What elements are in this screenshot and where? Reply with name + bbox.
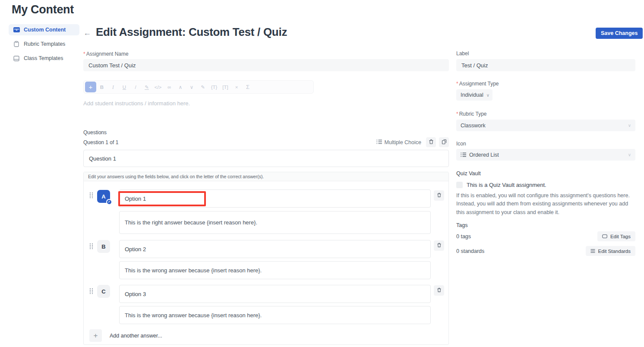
icon-field-label: Icon: [456, 141, 466, 147]
delete-question-button[interactable]: [426, 137, 436, 147]
sidebar: Custom Content Rubric Templates Class Te…: [9, 24, 79, 67]
answers-hint: Edit your answers using the fields below…: [84, 172, 448, 181]
sidebar-item-class-templates[interactable]: Class Templates: [9, 53, 79, 64]
chevron-down-icon: ∨: [628, 152, 631, 157]
copy-icon: [442, 139, 447, 146]
edit-tags-label: Edit Tags: [610, 234, 631, 239]
pencil-icon[interactable]: ✎: [197, 84, 208, 90]
question-type-label: Multiple Choice: [385, 139, 421, 145]
edit-standards-label: Edit Standards: [598, 249, 631, 254]
strikethrough-icon[interactable]: /: [130, 85, 141, 90]
text-box-curly-icon[interactable]: {T}: [208, 85, 220, 90]
superscript-icon[interactable]: ∧: [175, 84, 186, 90]
italic-icon[interactable]: I: [107, 85, 119, 90]
rubric-type-label: *Rubric Type: [456, 111, 486, 117]
sidebar-item-label: Custom Content: [24, 27, 66, 33]
question-type-indicator[interactable]: Multiple Choice: [376, 139, 421, 145]
back-arrow-icon[interactable]: ←: [83, 28, 91, 38]
bold-icon[interactable]: B: [96, 85, 107, 90]
trash-icon: [437, 287, 442, 294]
drag-handle-icon[interactable]: [89, 288, 93, 296]
assignment-name-input[interactable]: [83, 59, 449, 71]
layers-icon: [13, 56, 20, 61]
label-field-label: Label: [456, 50, 469, 57]
delete-option-a-button[interactable]: [434, 190, 444, 201]
option-a-input[interactable]: [119, 189, 431, 208]
question-tools: Multiple Choice: [341, 137, 449, 147]
delete-option-b-button[interactable]: [434, 240, 444, 251]
answer-letter-badge-a[interactable]: A ✓: [97, 190, 110, 203]
sidebar-item-custom-content[interactable]: Custom Content: [9, 24, 79, 35]
instructions-editor[interactable]: Add student instructions / information h…: [83, 100, 190, 107]
quiz-vault-checkbox-row: This is a Quiz Vault assignment.: [456, 182, 546, 188]
required-asterisk: *: [456, 111, 458, 117]
clipboard-icon: [13, 41, 20, 47]
quiz-vault-heading: Quiz Vault: [456, 170, 481, 177]
question-counter: Question 1 of 1: [83, 139, 118, 145]
quiz-vault-checkbox-label: This is a Quiz Vault assignment.: [467, 182, 546, 188]
assignment-type-label: *Assignment Type: [456, 81, 499, 87]
underline-icon[interactable]: U: [119, 85, 130, 90]
assignment-name-label: *Assignment Name: [83, 51, 129, 57]
clear-format-icon[interactable]: ×: [231, 85, 242, 90]
duplicate-question-button[interactable]: [439, 137, 449, 147]
text-box-square-icon[interactable]: [T]: [220, 85, 231, 90]
add-answer-label[interactable]: Add another answer...: [110, 333, 162, 339]
answer-letter: B: [101, 243, 105, 250]
ordered-list-icon: [376, 139, 382, 145]
add-block-button[interactable]: +: [85, 82, 96, 92]
highlight-icon[interactable]: ✎: [141, 84, 152, 90]
questions-section-label: Questions: [83, 129, 107, 136]
drag-handle-icon[interactable]: [89, 192, 93, 200]
link-icon[interactable]: ∞: [164, 85, 175, 90]
sidebar-item-label: Rubric Templates: [24, 41, 65, 47]
assignment-type-dropdown[interactable]: Individual ∨: [456, 89, 492, 101]
trash-icon: [429, 139, 434, 146]
tag-icon: [602, 234, 607, 238]
drag-handle-icon[interactable]: [89, 243, 93, 251]
code-icon[interactable]: </>: [152, 85, 164, 90]
label-input[interactable]: [456, 59, 635, 71]
page-title: My Content: [12, 3, 74, 16]
save-changes-button[interactable]: Save Changes: [596, 28, 643, 39]
answer-letter-badge-c[interactable]: C: [97, 285, 110, 298]
delete-option-c-button[interactable]: [434, 285, 444, 296]
edit-tags-button[interactable]: Edit Tags: [597, 231, 635, 241]
page-heading: Edit Assignment: Custom Test / Quiz: [96, 25, 287, 39]
option-a-explanation-input[interactable]: [119, 211, 431, 234]
option-b-input[interactable]: [119, 240, 431, 258]
quiz-vault-checkbox[interactable]: [456, 182, 463, 188]
standards-row: 0 standards Edit Standards: [456, 246, 635, 256]
trash-icon: [437, 243, 442, 249]
rubric-type-dropdown[interactable]: Classwork ∨: [456, 120, 635, 131]
question-text-input[interactable]: [83, 150, 449, 167]
icon-dropdown[interactable]: Ordered List ∨: [456, 149, 635, 161]
sidebar-item-rubric-templates[interactable]: Rubric Templates: [9, 38, 79, 50]
required-asterisk: *: [456, 81, 458, 87]
trash-icon: [437, 192, 442, 199]
equation-icon[interactable]: Σ: [242, 84, 253, 90]
required-asterisk: *: [83, 51, 85, 57]
answer-letter: C: [101, 288, 105, 295]
option-b-explanation-input[interactable]: [119, 261, 431, 279]
quiz-vault-description: If this is enabled, you will not configu…: [456, 192, 635, 217]
editor-toolbar: + B I U / ✎ </> ∞ ∧ ∨ ✎ {T} [T] × Σ: [83, 80, 314, 94]
dropdown-value: Ordered List: [469, 152, 499, 158]
list-icon: [590, 249, 595, 253]
option-c-input[interactable]: [119, 285, 431, 303]
answers-card: Edit your answers using the fields below…: [83, 172, 449, 345]
edit-standards-button[interactable]: Edit Standards: [586, 246, 635, 256]
chevron-down-icon: ∨: [486, 93, 489, 98]
sidebar-item-label: Class Templates: [24, 55, 63, 61]
tags-row: 0 tags Edit Tags: [456, 231, 635, 241]
answer-letter-badge-b[interactable]: B: [97, 240, 110, 253]
dropdown-value: Individual: [461, 92, 483, 98]
subscript-icon[interactable]: ∨: [186, 84, 197, 90]
ordered-list-icon: [461, 152, 466, 157]
answer-letter: A: [101, 193, 105, 200]
custom-content-icon: [13, 27, 20, 33]
option-c-explanation-input[interactable]: [119, 306, 431, 324]
add-answer-button[interactable]: +: [89, 329, 102, 342]
tags-heading: Tags: [456, 222, 467, 228]
dropdown-value: Classwork: [461, 123, 486, 129]
